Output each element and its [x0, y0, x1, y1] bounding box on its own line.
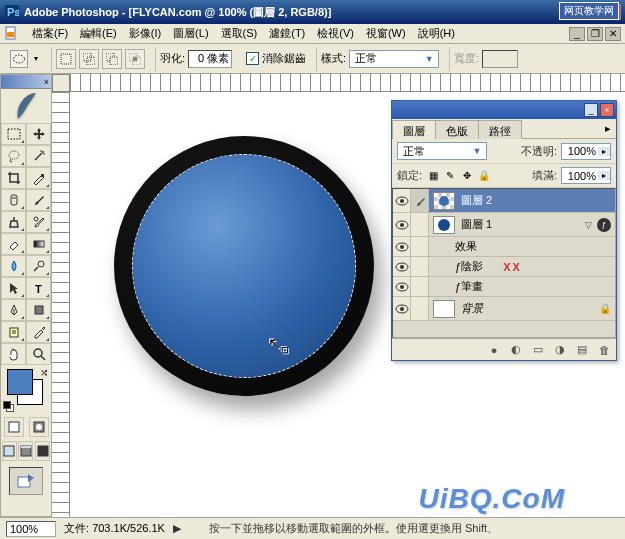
slice-tool[interactable] — [26, 167, 51, 189]
zoom-input[interactable]: 100% — [6, 521, 56, 537]
layers-panel[interactable]: _ × 圖層 色版 路徑 ▸ 正常 ▼ 不透明: 100%▸ 鎖定: ▦ ✎ ✥… — [391, 100, 617, 361]
expand-fx-icon[interactable]: ▽ — [585, 220, 597, 230]
new-layer-icon[interactable]: ▤ — [574, 342, 590, 358]
path-selection-tool[interactable] — [1, 277, 26, 299]
layer-row[interactable]: 圖層 2 — [393, 189, 615, 213]
layer-name[interactable]: 背景 — [459, 301, 599, 316]
brush-tool[interactable] — [26, 189, 51, 211]
move-tool[interactable] — [26, 123, 51, 145]
standard-mode-icon[interactable] — [4, 417, 24, 437]
layer-thumbnail[interactable] — [433, 192, 455, 210]
selection-intersect-icon[interactable] — [125, 49, 145, 69]
layer-style-icon[interactable]: ● — [486, 342, 502, 358]
layer-mask-icon[interactable]: ◐ — [508, 342, 524, 358]
blur-tool[interactable] — [1, 255, 26, 277]
menu-file[interactable]: 檔案(F) — [26, 24, 74, 43]
panel-close-button[interactable]: × — [600, 103, 614, 117]
layer-fx-row[interactable]: 效果 — [393, 237, 615, 257]
eraser-tool[interactable] — [1, 233, 26, 255]
tool-preset-dropdown[interactable]: ▾ — [31, 54, 41, 63]
menu-window[interactable]: 視窗(W) — [360, 24, 412, 43]
eyedropper-tool[interactable] — [26, 321, 51, 343]
menu-help[interactable]: 說明(H) — [412, 24, 461, 43]
tab-channels[interactable]: 色版 — [435, 120, 479, 139]
layer-name[interactable]: 圖層 2 — [459, 193, 615, 208]
visibility-toggle[interactable] — [393, 213, 411, 236]
screen-standard-icon[interactable] — [2, 441, 17, 461]
shape-tool[interactable] — [26, 299, 51, 321]
link-toggle[interactable] — [411, 189, 429, 212]
menu-select[interactable]: 選取(S) — [215, 24, 264, 43]
menu-view[interactable]: 檢視(V) — [311, 24, 360, 43]
ruler-horizontal[interactable] — [70, 74, 625, 92]
delete-layer-icon[interactable]: 🗑 — [596, 342, 612, 358]
link-toggle[interactable] — [411, 213, 429, 236]
lock-position-icon[interactable]: ✥ — [460, 169, 474, 183]
style-select[interactable]: 正常 ▼ — [349, 50, 439, 68]
foreground-color-swatch[interactable] — [7, 369, 33, 395]
panel-minimize-button[interactable]: _ — [584, 103, 598, 117]
link-toggle[interactable] — [411, 297, 429, 320]
ruler-vertical[interactable] — [52, 92, 70, 517]
hand-tool[interactable] — [1, 343, 26, 365]
selection-new-icon[interactable] — [56, 49, 76, 69]
default-colors-icon[interactable] — [3, 401, 15, 413]
doc-restore-button[interactable]: ❐ — [587, 27, 603, 41]
zoom-tool[interactable] — [26, 343, 51, 365]
history-brush-tool[interactable] — [26, 211, 51, 233]
visibility-toggle[interactable] — [393, 297, 411, 320]
layer-thumbnail[interactable] — [433, 216, 455, 234]
lock-all-icon[interactable]: 🔒 — [477, 169, 491, 183]
lock-pixels-icon[interactable]: ✎ — [443, 169, 457, 183]
doc-close-button[interactable]: ✕ — [605, 27, 621, 41]
layer-fx-row[interactable]: ƒ 陰影 XX — [393, 257, 615, 277]
panel-titlebar[interactable]: _ × — [392, 101, 616, 119]
magic-wand-tool[interactable] — [26, 145, 51, 167]
feather-input[interactable] — [188, 50, 232, 68]
layer-name[interactable]: 圖層 1 — [459, 217, 585, 232]
ruler-origin[interactable] — [52, 74, 70, 92]
notes-tool[interactable] — [1, 321, 26, 343]
swap-colors-icon[interactable]: ⤭ — [40, 367, 48, 378]
status-menu-icon[interactable]: ▶ — [173, 522, 181, 535]
current-tool-icon[interactable] — [10, 50, 28, 68]
layer-fx-row[interactable]: ƒ 筆畫 — [393, 277, 615, 297]
visibility-toggle[interactable] — [393, 237, 411, 256]
menu-layer[interactable]: 圖層(L) — [167, 24, 214, 43]
pen-tool[interactable] — [1, 299, 26, 321]
close-icon[interactable]: × — [44, 77, 49, 87]
fill-input[interactable]: 100%▸ — [561, 167, 611, 184]
visibility-toggle[interactable] — [393, 277, 411, 296]
tab-paths[interactable]: 路徑 — [478, 120, 522, 139]
menu-image[interactable]: 影像(I) — [123, 24, 167, 43]
fx-badge-icon[interactable]: ƒ — [597, 218, 611, 232]
tab-layers[interactable]: 圖層 — [392, 120, 436, 139]
antialias-checkbox[interactable]: ✓ — [246, 52, 259, 65]
opacity-input[interactable]: 100%▸ — [561, 143, 611, 160]
adjustment-layer-icon[interactable]: ◑ — [552, 342, 568, 358]
visibility-toggle[interactable] — [393, 257, 411, 276]
gradient-tool[interactable] — [26, 233, 51, 255]
layer-row[interactable]: 背景 🔒 — [393, 297, 615, 321]
new-group-icon[interactable]: ▭ — [530, 342, 546, 358]
layer-thumbnail[interactable] — [433, 300, 455, 318]
clone-stamp-tool[interactable] — [1, 211, 26, 233]
jump-to-imageready-icon[interactable] — [9, 467, 43, 495]
menu-edit[interactable]: 編輯(E) — [74, 24, 123, 43]
screen-full-menubar-icon[interactable] — [18, 441, 33, 461]
marquee-tool[interactable] — [1, 123, 26, 145]
dodge-tool[interactable] — [26, 255, 51, 277]
lock-transparency-icon[interactable]: ▦ — [426, 169, 440, 183]
layer-row[interactable]: 圖層 1 ▽ ƒ — [393, 213, 615, 237]
selection-add-icon[interactable] — [79, 49, 99, 69]
color-swatches[interactable]: ⤭ — [1, 365, 51, 415]
toolbox-header[interactable]: × — [1, 75, 51, 89]
menu-filter[interactable]: 濾鏡(T) — [263, 24, 311, 43]
lasso-tool[interactable] — [1, 145, 26, 167]
blend-mode-select[interactable]: 正常 ▼ — [397, 142, 487, 160]
panel-menu-icon[interactable]: ▸ — [600, 119, 616, 138]
screen-full-icon[interactable] — [35, 441, 50, 461]
quickmask-mode-icon[interactable] — [29, 417, 49, 437]
healing-brush-tool[interactable] — [1, 189, 26, 211]
doc-minimize-button[interactable]: _ — [569, 27, 585, 41]
